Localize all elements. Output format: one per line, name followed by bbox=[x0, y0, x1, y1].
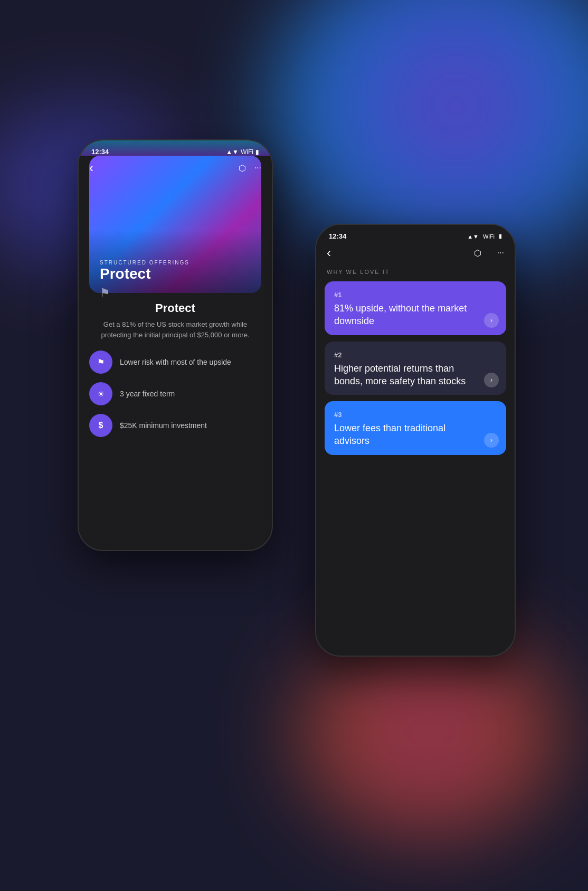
why-card-1-chevron[interactable]: › bbox=[484, 313, 499, 328]
phone-right: 12:34 ▲▼ WiFi ▮ ‹ ⬡ ··· WHY WE LOVE IT #… bbox=[315, 224, 516, 657]
status-bar-left: 12:34 ▲▼ WiFi ▮ bbox=[79, 140, 272, 156]
section-label: WHY WE LOVE IT bbox=[316, 269, 515, 281]
chevron-right-icon-1: › bbox=[490, 317, 492, 324]
status-icons-left: ▲▼ WiFi ▮ bbox=[226, 148, 259, 156]
header-right: ‹ ⬡ ··· bbox=[316, 240, 515, 269]
chevron-right-icon-3: › bbox=[490, 437, 492, 444]
share-button-left[interactable]: ⬡ bbox=[239, 163, 246, 173]
feature-icon-1: ⚑ bbox=[89, 350, 112, 374]
why-card-1-number: #1 bbox=[334, 291, 497, 299]
why-card-2[interactable]: #2 Higher potential returns than bonds, … bbox=[325, 342, 506, 395]
phones-container: 12:34 ▲▼ WiFi ▮ STRUCTURED OFFERINGS Pro… bbox=[56, 76, 532, 815]
phone-left: 12:34 ▲▼ WiFi ▮ STRUCTURED OFFERINGS Pro… bbox=[78, 139, 273, 551]
sun-icon-feature: ☀ bbox=[97, 389, 105, 399]
feature-text-3: $25K minimum investment bbox=[120, 421, 207, 430]
why-card-2-chevron[interactable]: › bbox=[484, 373, 499, 387]
status-icons-right: ▲▼ WiFi ▮ bbox=[467, 233, 502, 240]
action-icons-right: ⬡ ··· bbox=[474, 248, 504, 258]
feature-item-3: $ $25K minimum investment bbox=[89, 414, 261, 437]
why-card-3[interactable]: #3 Lower fees than traditional advisors … bbox=[325, 401, 506, 455]
why-card-3-chevron[interactable]: › bbox=[484, 433, 499, 448]
signal-icon-right: ▲▼ bbox=[467, 233, 479, 240]
card-subtitle: STRUCTURED OFFERINGS bbox=[100, 260, 251, 266]
back-button-right[interactable]: ‹ bbox=[327, 245, 331, 260]
feature-icon-3: $ bbox=[89, 414, 112, 437]
wifi-icon-left: WiFi bbox=[241, 148, 253, 156]
time-right: 12:34 bbox=[329, 232, 346, 240]
flag-icon-feature: ⚑ bbox=[97, 357, 105, 367]
why-card-1-text: 81% upside, without the market downside bbox=[334, 302, 497, 328]
battery-icon-left: ▮ bbox=[255, 148, 259, 156]
signal-icon-left: ▲▼ bbox=[226, 148, 239, 156]
content-area-left: Protect Get a 81% of the US stock market… bbox=[79, 293, 272, 454]
card-title: Protect bbox=[100, 266, 251, 282]
chevron-right-icon-2: › bbox=[490, 376, 492, 384]
back-button-left[interactable]: ‹ bbox=[89, 160, 93, 175]
why-card-1[interactable]: #1 81% upside, without the market downsi… bbox=[325, 281, 506, 335]
hero-card-left: STRUCTURED OFFERINGS Protect bbox=[89, 156, 261, 293]
product-title: Protect bbox=[89, 301, 261, 315]
more-button-right[interactable]: ··· bbox=[497, 248, 504, 258]
status-bar-right: 12:34 ▲▼ WiFi ▮ bbox=[316, 225, 515, 240]
feature-item-2: ☀ 3 year fixed term bbox=[89, 382, 261, 405]
flag-icon-hero: ⚑ bbox=[100, 286, 110, 300]
action-icons-left: ⬡ ··· bbox=[239, 163, 261, 173]
feature-text-1: Lower risk with most of the upside bbox=[120, 358, 231, 366]
share-button-right[interactable]: ⬡ bbox=[474, 248, 481, 258]
why-card-3-number: #3 bbox=[334, 411, 497, 419]
battery-icon-right: ▮ bbox=[499, 233, 502, 240]
why-card-2-number: #2 bbox=[334, 351, 497, 359]
feature-icon-2: ☀ bbox=[89, 382, 112, 405]
feature-item-1: ⚑ Lower risk with most of the upside bbox=[89, 350, 261, 374]
product-desc: Get a 81% of the US stock market growth … bbox=[89, 319, 261, 340]
dollar-icon-feature: $ bbox=[99, 421, 103, 430]
more-button-left[interactable]: ··· bbox=[254, 163, 261, 173]
wifi-icon-right: WiFi bbox=[483, 233, 495, 240]
why-card-3-text: Lower fees than traditional advisors bbox=[334, 422, 497, 448]
why-card-2-text: Higher potential returns than bonds, mor… bbox=[334, 362, 497, 388]
feature-text-2: 3 year fixed term bbox=[120, 390, 175, 398]
time-left: 12:34 bbox=[91, 148, 109, 156]
